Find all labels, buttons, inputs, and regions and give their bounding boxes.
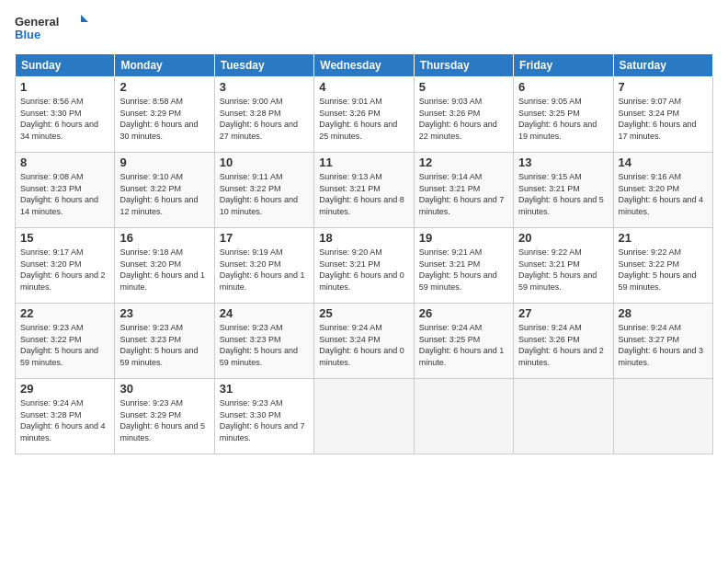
calendar-week-row: 29Sunrise: 9:24 AM Sunset: 3:28 PM Dayli… [16, 379, 713, 454]
calendar-cell: 17Sunrise: 9:19 AM Sunset: 3:20 PM Dayli… [214, 228, 313, 304]
calendar-cell: 21Sunrise: 9:22 AM Sunset: 3:22 PM Dayli… [613, 228, 712, 304]
day-info: Sunrise: 9:22 AM Sunset: 3:22 PM Dayligh… [619, 247, 708, 293]
calendar-cell: 4Sunrise: 9:01 AM Sunset: 3:26 PM Daylig… [314, 77, 414, 153]
calendar-cell: 8Sunrise: 9:08 AM Sunset: 3:23 PM Daylig… [16, 153, 115, 228]
day-info: Sunrise: 9:23 AM Sunset: 3:23 PM Dayligh… [220, 322, 309, 368]
calendar-cell: 19Sunrise: 9:21 AM Sunset: 3:21 PM Dayli… [414, 228, 513, 304]
calendar-cell: 23Sunrise: 9:23 AM Sunset: 3:23 PM Dayli… [115, 304, 214, 379]
day-number: 19 [419, 231, 508, 245]
day-number: 20 [518, 231, 608, 245]
day-number: 15 [20, 231, 109, 245]
weekday-header: Sunday [16, 54, 115, 77]
calendar-week-row: 15Sunrise: 9:17 AM Sunset: 3:20 PM Dayli… [16, 228, 713, 304]
day-info: Sunrise: 9:18 AM Sunset: 3:20 PM Dayligh… [119, 247, 209, 293]
day-info: Sunrise: 9:24 AM Sunset: 3:24 PM Dayligh… [319, 322, 408, 368]
calendar-week-row: 8Sunrise: 9:08 AM Sunset: 3:23 PM Daylig… [16, 153, 713, 228]
day-info: Sunrise: 9:24 AM Sunset: 3:27 PM Dayligh… [619, 322, 708, 368]
weekday-header: Wednesday [314, 54, 414, 77]
day-info: Sunrise: 9:13 AM Sunset: 3:21 PM Dayligh… [319, 171, 408, 217]
day-number: 26 [419, 306, 508, 320]
calendar-cell: 27Sunrise: 9:24 AM Sunset: 3:26 PM Dayli… [514, 304, 613, 379]
day-info: Sunrise: 9:16 AM Sunset: 3:20 PM Dayligh… [619, 171, 708, 217]
day-number: 3 [220, 80, 309, 94]
weekday-header: Monday [115, 54, 214, 77]
calendar-week-row: 1Sunrise: 8:56 AM Sunset: 3:30 PM Daylig… [16, 77, 713, 153]
weekday-header: Thursday [414, 54, 513, 77]
calendar-week-row: 22Sunrise: 9:23 AM Sunset: 3:22 PM Dayli… [16, 304, 713, 379]
day-number: 29 [20, 382, 109, 396]
day-number: 2 [119, 80, 209, 94]
day-number: 13 [518, 155, 608, 169]
calendar-cell: 13Sunrise: 9:15 AM Sunset: 3:21 PM Dayli… [514, 153, 613, 228]
calendar-cell: 25Sunrise: 9:24 AM Sunset: 3:24 PM Dayli… [314, 304, 414, 379]
day-info: Sunrise: 9:21 AM Sunset: 3:21 PM Dayligh… [419, 247, 508, 293]
weekday-header: Friday [514, 54, 613, 77]
day-number: 5 [419, 80, 508, 94]
logo: General Blue [15, 11, 88, 48]
day-number: 24 [220, 306, 309, 320]
calendar-cell [414, 379, 513, 454]
calendar-cell: 24Sunrise: 9:23 AM Sunset: 3:23 PM Dayli… [214, 304, 313, 379]
calendar-cell [613, 379, 712, 454]
day-number: 14 [619, 155, 708, 169]
day-info: Sunrise: 9:20 AM Sunset: 3:21 PM Dayligh… [319, 247, 408, 293]
day-info: Sunrise: 9:15 AM Sunset: 3:21 PM Dayligh… [518, 171, 608, 217]
calendar-cell: 2Sunrise: 8:58 AM Sunset: 3:29 PM Daylig… [115, 77, 214, 153]
weekday-header: Tuesday [214, 54, 313, 77]
day-number: 23 [119, 306, 209, 320]
day-number: 11 [319, 155, 408, 169]
weekday-header: Saturday [613, 54, 712, 77]
day-number: 16 [119, 231, 209, 245]
day-number: 8 [20, 155, 109, 169]
calendar-table: SundayMondayTuesdayWednesdayThursdayFrid… [15, 53, 713, 454]
day-info: Sunrise: 9:10 AM Sunset: 3:22 PM Dayligh… [119, 171, 209, 217]
calendar-cell: 3Sunrise: 9:00 AM Sunset: 3:28 PM Daylig… [214, 77, 313, 153]
day-number: 31 [220, 382, 309, 396]
day-info: Sunrise: 9:08 AM Sunset: 3:23 PM Dayligh… [20, 171, 109, 217]
day-number: 9 [119, 155, 209, 169]
day-info: Sunrise: 9:03 AM Sunset: 3:26 PM Dayligh… [419, 96, 508, 142]
logo-svg: General Blue [15, 11, 88, 48]
day-info: Sunrise: 9:14 AM Sunset: 3:21 PM Dayligh… [419, 171, 508, 217]
calendar-cell: 9Sunrise: 9:10 AM Sunset: 3:22 PM Daylig… [115, 153, 214, 228]
calendar-cell: 22Sunrise: 9:23 AM Sunset: 3:22 PM Dayli… [16, 304, 115, 379]
day-number: 30 [119, 382, 209, 396]
day-number: 1 [20, 80, 109, 94]
day-number: 18 [319, 231, 408, 245]
calendar-cell: 5Sunrise: 9:03 AM Sunset: 3:26 PM Daylig… [414, 77, 513, 153]
day-info: Sunrise: 9:22 AM Sunset: 3:21 PM Dayligh… [518, 247, 608, 293]
day-info: Sunrise: 9:23 AM Sunset: 3:30 PM Dayligh… [220, 397, 309, 443]
day-info: Sunrise: 9:00 AM Sunset: 3:28 PM Dayligh… [220, 96, 309, 142]
calendar-cell: 10Sunrise: 9:11 AM Sunset: 3:22 PM Dayli… [214, 153, 313, 228]
svg-text:General: General [15, 15, 59, 29]
day-info: Sunrise: 9:01 AM Sunset: 3:26 PM Dayligh… [319, 96, 408, 142]
day-number: 7 [619, 80, 708, 94]
day-number: 17 [220, 231, 309, 245]
calendar-cell: 20Sunrise: 9:22 AM Sunset: 3:21 PM Dayli… [514, 228, 613, 304]
day-number: 6 [518, 80, 608, 94]
day-number: 22 [20, 306, 109, 320]
day-number: 25 [319, 306, 408, 320]
calendar-cell: 7Sunrise: 9:07 AM Sunset: 3:24 PM Daylig… [613, 77, 712, 153]
day-info: Sunrise: 9:19 AM Sunset: 3:20 PM Dayligh… [220, 247, 309, 293]
calendar-cell: 6Sunrise: 9:05 AM Sunset: 3:25 PM Daylig… [514, 77, 613, 153]
calendar-cell: 30Sunrise: 9:23 AM Sunset: 3:29 PM Dayli… [115, 379, 214, 454]
day-number: 27 [518, 306, 608, 320]
calendar-cell: 28Sunrise: 9:24 AM Sunset: 3:27 PM Dayli… [613, 304, 712, 379]
day-info: Sunrise: 9:05 AM Sunset: 3:25 PM Dayligh… [518, 96, 608, 142]
calendar-cell [314, 379, 414, 454]
day-info: Sunrise: 9:07 AM Sunset: 3:24 PM Dayligh… [619, 96, 708, 142]
header: General Blue [15, 11, 713, 48]
day-info: Sunrise: 9:11 AM Sunset: 3:22 PM Dayligh… [220, 171, 309, 217]
day-info: Sunrise: 9:17 AM Sunset: 3:20 PM Dayligh… [20, 247, 109, 293]
calendar-page: General Blue SundayMondayTuesdayWednesda… [0, 0, 728, 563]
day-info: Sunrise: 9:23 AM Sunset: 3:23 PM Dayligh… [119, 322, 209, 368]
svg-marker-2 [81, 15, 88, 22]
day-number: 10 [220, 155, 309, 169]
calendar-cell: 31Sunrise: 9:23 AM Sunset: 3:30 PM Dayli… [214, 379, 313, 454]
calendar-cell: 12Sunrise: 9:14 AM Sunset: 3:21 PM Dayli… [414, 153, 513, 228]
calendar-cell: 26Sunrise: 9:24 AM Sunset: 3:25 PM Dayli… [414, 304, 513, 379]
calendar-header-row: SundayMondayTuesdayWednesdayThursdayFrid… [16, 54, 713, 77]
day-number: 12 [419, 155, 508, 169]
calendar-cell: 11Sunrise: 9:13 AM Sunset: 3:21 PM Dayli… [314, 153, 414, 228]
